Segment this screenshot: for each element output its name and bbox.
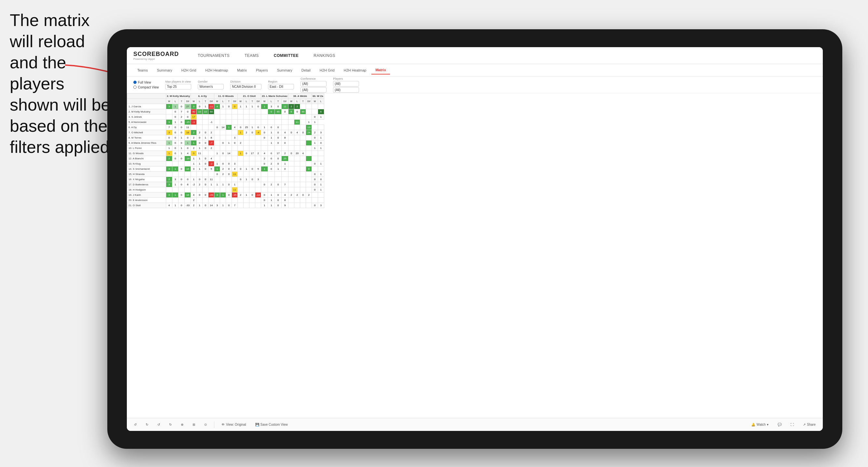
gender-label: Gender [198, 80, 224, 83]
conference-select-1[interactable]: (All) [301, 81, 327, 87]
table-row: 9. A Maria Jimenez Rios 1 0 0 1 1 0 0 -7… [127, 141, 324, 146]
sub-col-l-4: L [244, 99, 249, 104]
players-select-2[interactable]: (All) [333, 87, 359, 93]
player-name: 2. M Kelly Mulcahy [127, 109, 166, 115]
nav-rankings[interactable]: RANKINGS [311, 52, 338, 59]
table-row: 14. S Srichantamit 3 1 0 16 0 1 0 5 1 2 … [127, 166, 324, 172]
logo-title: SCOREBOARD [133, 51, 179, 58]
annotation-text: The matrix will reload and the players s… [10, 10, 111, 158]
table-row: 1. J Garcia 3 1 0 27 3 0 1 -11 4 1 0 0 1 [127, 104, 324, 109]
fit-button[interactable]: ⊞ [191, 422, 197, 427]
sub-col-w-1: W [166, 99, 173, 104]
division-label: Division [230, 80, 261, 83]
sub-col-t-4: T [249, 99, 255, 104]
conference-select-2[interactable]: (All) [301, 87, 327, 93]
col-header-1: 2. M Kelly Mulcahy [166, 94, 191, 99]
sub-col-dif-5: Dif [282, 99, 288, 104]
save-custom-icon: 💾 [255, 423, 259, 426]
watch-icon: 🔔 [751, 423, 755, 426]
division-filter: Division NCAA Division II [230, 80, 261, 89]
redo-button-2[interactable]: ↺ [155, 422, 162, 427]
table-row: 15. H Stranda 0 2 0 11 [127, 172, 324, 177]
matrix-sub-corner [127, 99, 166, 104]
zoom-button[interactable]: ⊕ [179, 422, 185, 427]
player-name: 17. D Ballesteros [127, 182, 166, 187]
division-select[interactable]: NCAA Division II [230, 84, 261, 89]
tab-summary-1[interactable]: Summary [153, 66, 176, 74]
view-original-label: View: Original [226, 423, 246, 426]
refresh-button[interactable]: ↻ [167, 422, 174, 427]
expand-button[interactable]: ⛶ [789, 422, 796, 427]
watch-button[interactable]: 🔔 Watch ▾ [749, 422, 770, 427]
share-icon: ↗ [803, 423, 806, 426]
player-name: 18. H Hodgson [127, 187, 166, 192]
player-name: 19. J Kanh [127, 192, 166, 198]
sub-col-dif-3: Dif [232, 99, 238, 104]
players-select-1[interactable]: (All) [333, 81, 359, 87]
region-label: Region [268, 80, 294, 83]
table-row: 5. A Nomrowski 3 1 0 -15 -1 -1 [127, 120, 324, 125]
full-view-radio[interactable] [133, 81, 136, 84]
max-players-filter: Max players in view Top 25 [165, 80, 191, 89]
matrix-wrapper[interactable]: 2. M Kelly Mulcahy 6. A Dy 11. G Woods 2… [127, 93, 823, 418]
compact-view-label: Compact View [138, 86, 159, 89]
view-original-button[interactable]: 👁 View: Original [219, 422, 248, 427]
tab-teams[interactable]: Teams [133, 66, 152, 74]
player-name: 13. N Klug [127, 161, 166, 166]
compact-view-radio[interactable] [133, 86, 136, 89]
sub-col-t-2: T [203, 99, 209, 104]
sub-col-t-5: T [275, 99, 282, 104]
toolbar-separator-1 [214, 422, 214, 428]
player-name: 3. S Jelinek [127, 115, 166, 120]
player-name: 21. O Stoll [127, 203, 166, 208]
conference-label: Conference [301, 77, 327, 80]
table-row: 20. E Andersson 2 [127, 198, 324, 203]
watch-label: Watch [756, 423, 766, 426]
tab-h2h-grid-2[interactable]: H2H Grid [316, 66, 339, 74]
tab-h2h-heatmap-1[interactable]: H2H Heatmap [201, 66, 232, 74]
tab-h2h-heatmap-2[interactable]: H2H Heatmap [340, 66, 370, 74]
logo-subtitle: Powered by clippd [133, 58, 179, 61]
sub-col-w-5: W [261, 99, 268, 104]
sub-col-w-3: W [214, 99, 220, 104]
max-players-select[interactable]: Top 25 [165, 84, 191, 89]
gender-filter: Gender Women's [198, 80, 224, 89]
nav-teams[interactable]: TEAMS [242, 52, 261, 59]
tablet-screen: SCOREBOARD Powered by clippd TOURNAMENTS… [127, 47, 823, 431]
sub-col-l-5: L [268, 99, 275, 104]
player-name: 6. A Dy [127, 125, 166, 130]
col-header-5: 23. L Marie Schumac [261, 94, 288, 99]
max-players-label: Max players in view [165, 80, 191, 83]
col-header-7: 60. W Za [312, 94, 324, 99]
tab-summary-2[interactable]: Summary [273, 66, 296, 74]
player-name: 5. A Nomrowski [127, 120, 166, 125]
save-custom-view-button[interactable]: 💾 Save Custom View [253, 422, 290, 427]
table-row: 6. A Dy 7 0 0 11 0 14 1 4 0 [127, 125, 324, 130]
tab-h2h-grid-1[interactable]: H2H Grid [177, 66, 200, 74]
compact-view-option[interactable]: Compact View [133, 86, 159, 89]
tab-matrix-2[interactable]: Matrix [371, 66, 390, 74]
share-button[interactable]: ↗ Share [801, 422, 817, 427]
undo-button[interactable]: ↺ [132, 422, 138, 427]
player-name: 15. H Stranda [127, 172, 166, 177]
player-name: 1. J Garcia [127, 104, 166, 109]
nav-committee[interactable]: COMMITTEE [271, 52, 302, 59]
full-view-option[interactable]: Full View [133, 81, 159, 84]
player-name: 9. A Maria Jimenez Rios [127, 141, 166, 146]
comment-button[interactable]: 💬 [776, 422, 783, 427]
tab-matrix-1[interactable]: Matrix [233, 66, 251, 74]
full-view-label: Full View [138, 81, 151, 84]
table-row: 8. M Torres 0 0 1 0 2 0 1 8 3 [127, 135, 324, 141]
nav-tournaments[interactable]: TOURNAMENTS [195, 52, 232, 59]
player-name: 12. A Bianchi [127, 156, 166, 161]
col-header-3: 11. G Woods [214, 94, 238, 99]
gender-select[interactable]: Women's [198, 84, 224, 89]
player-name: 10. L Perini [127, 146, 166, 151]
sub-col-l-3: L [220, 99, 226, 104]
tab-detail[interactable]: Detail [298, 66, 314, 74]
settings-button[interactable]: ⊙ [202, 422, 209, 427]
region-select[interactable]: East - DII [268, 84, 294, 89]
sub-col-t-3: T [226, 99, 232, 104]
tab-players[interactable]: Players [252, 66, 272, 74]
redo-button-1[interactable]: ↻ [144, 422, 150, 427]
